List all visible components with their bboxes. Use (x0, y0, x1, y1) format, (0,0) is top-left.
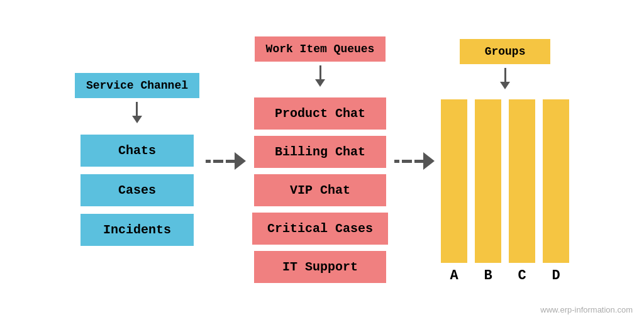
sc-item-cases: Cases (80, 174, 194, 206)
group-label-a: A (450, 268, 458, 284)
groups-bars: A B C D (441, 99, 569, 284)
arrow-sc-to-wiq (206, 152, 246, 170)
wiq-item-product-chat: Product Chat (254, 97, 386, 130)
wiq-item-billing-chat: Billing Chat (254, 136, 386, 168)
block-arrow-right-2 (394, 152, 435, 170)
service-channel-header: Service Channel (75, 73, 199, 98)
work-item-queues-column: Work Item Queues Product Chat Billing Ch… (252, 36, 388, 286)
sc-item-incidents: Incidents (80, 214, 194, 246)
group-bar-d: D (543, 99, 569, 284)
group-bar-c: C (509, 99, 535, 284)
service-channel-column: Service Channel Chats Cases Incidents (75, 73, 199, 250)
work-item-queues-header: Work Item Queues (255, 36, 386, 62)
arrow-wiq-to-groups (394, 152, 435, 170)
arrow-down-wiq (315, 65, 325, 87)
service-channel-items: Chats Cases Incidents (80, 131, 194, 250)
arrow-down-groups (500, 68, 510, 89)
block-arrow-right-1 (206, 152, 246, 170)
groups-header: Groups (460, 39, 551, 64)
diagram: Service Channel Chats Cases Incidents Wo… (0, 0, 644, 322)
group-label-d: D (552, 268, 560, 284)
watermark: www.erp-information.com (540, 305, 633, 314)
wiq-item-critical-cases: Critical Cases (252, 213, 388, 245)
group-label-b: B (484, 268, 492, 284)
wiq-item-vip-chat: VIP Chat (254, 174, 386, 206)
group-bar-a: A (441, 99, 467, 284)
arrow-down-sc (132, 102, 142, 123)
wiq-item-it-support: IT Support (254, 251, 386, 283)
work-item-queues-items: Product Chat Billing Chat VIP Chat Criti… (252, 94, 388, 286)
sc-item-chats: Chats (80, 135, 194, 167)
group-bar-b: B (475, 99, 501, 284)
group-label-c: C (518, 268, 526, 284)
groups-column: Groups A B C D (441, 39, 569, 284)
